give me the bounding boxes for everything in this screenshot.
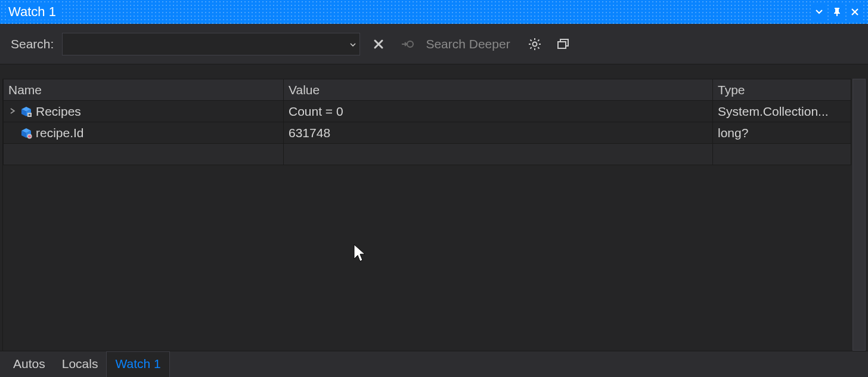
- title-bar: Watch 1: [0, 0, 868, 24]
- vertical-scrollbar[interactable]: [852, 79, 866, 351]
- tab-watch1[interactable]: Watch 1: [106, 351, 169, 377]
- settings-button[interactable]: [525, 34, 545, 54]
- empty-value-cell: [284, 144, 713, 165]
- search-dropdown-button[interactable]: [350, 40, 356, 48]
- search-input[interactable]: [63, 33, 359, 55]
- column-header-type[interactable]: Type: [713, 79, 851, 101]
- chevron-down-icon: [350, 43, 356, 47]
- chevron-down-icon: [816, 10, 823, 14]
- search-toolbar: Search: Search Deeper: [0, 24, 868, 64]
- pin-icon: [833, 7, 841, 17]
- table-header-row: Name Value Type: [4, 79, 851, 101]
- windows-button[interactable]: [553, 34, 574, 54]
- close-button[interactable]: [847, 4, 863, 20]
- watch-grid-wrap: Name Value Type: [2, 79, 851, 351]
- svg-line-8: [538, 39, 539, 41]
- expand-toggle[interactable]: [8, 107, 17, 116]
- watch-body: Name Value Type: [0, 64, 868, 351]
- window-title: Watch 1: [8, 4, 62, 20]
- svg-line-6: [530, 39, 531, 41]
- watch-type: long?: [713, 122, 851, 144]
- tab-locals[interactable]: Locals: [54, 352, 107, 377]
- search-field-wrap: [62, 33, 360, 55]
- gear-icon: [528, 38, 541, 51]
- empty-name-cell[interactable]: [4, 144, 284, 165]
- svg-point-1: [532, 42, 537, 46]
- tab-autos[interactable]: Autos: [5, 352, 54, 377]
- property-icon: [20, 106, 32, 118]
- x-icon: [373, 38, 385, 50]
- pin-button[interactable]: [829, 4, 845, 20]
- search-label: Search:: [11, 37, 54, 51]
- svg-rect-11: [558, 42, 566, 48]
- field-icon: [20, 127, 32, 139]
- search-deeper-button[interactable]: [397, 34, 417, 54]
- clear-search-button[interactable]: [368, 34, 389, 54]
- table-row[interactable]: recipe.Id 631748 long?: [4, 122, 851, 144]
- bottom-tab-strip: Autos Locals Watch 1: [0, 351, 868, 377]
- column-header-name[interactable]: Name: [4, 79, 284, 101]
- watch-value[interactable]: Count = 0: [284, 101, 713, 122]
- stacked-windows-icon: [557, 38, 570, 50]
- window-menu-dropdown[interactable]: [811, 4, 827, 20]
- svg-rect-16: [29, 114, 30, 116]
- empty-type-cell: [713, 144, 851, 165]
- watch-name: recipe.Id: [36, 126, 84, 140]
- table-row[interactable]: Recipes Count = 0 System.Collection...: [4, 101, 851, 122]
- arrow-into-icon: [401, 38, 414, 50]
- new-watch-row[interactable]: [4, 144, 851, 165]
- column-header-value[interactable]: Value: [284, 79, 713, 101]
- search-deeper-label: Search Deeper: [426, 37, 510, 51]
- svg-line-7: [538, 47, 539, 48]
- chevron-right-icon: [10, 108, 16, 114]
- watch-table: Name Value Type: [3, 79, 851, 165]
- close-icon: [851, 8, 859, 16]
- svg-point-0: [407, 41, 413, 47]
- watch-value[interactable]: 631748: [284, 122, 713, 144]
- svg-line-9: [530, 47, 531, 48]
- watch-type: System.Collection...: [713, 101, 851, 122]
- watch-name: Recipes: [36, 104, 81, 119]
